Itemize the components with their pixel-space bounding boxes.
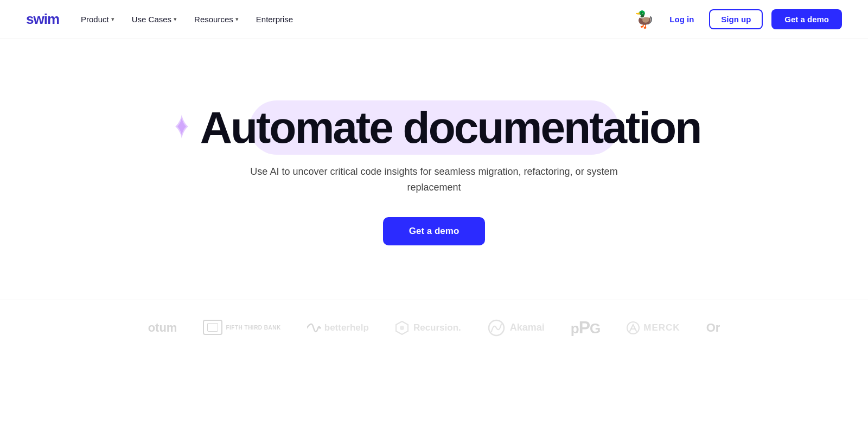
svg-point-2 [400, 326, 404, 330]
logo-fifth-third-bank: Fifth Third Bank [203, 320, 280, 336]
hero-section: Automate documentation Use AI to uncover… [0, 39, 868, 300]
spark-icon [168, 112, 196, 143]
hero-title: Automate documentation [200, 104, 701, 151]
nav-enterprise[interactable]: Enterprise [256, 15, 293, 24]
nav-product[interactable]: Product ▾ [81, 15, 114, 24]
nav-use-cases[interactable]: Use Cases ▾ [132, 15, 177, 24]
signup-button[interactable]: Sign up [709, 9, 763, 29]
logo-ppg: pPG [571, 318, 600, 338]
logo-or-partial: Or [706, 321, 720, 335]
chevron-down-icon: ▾ [174, 16, 177, 23]
nav-right: 🦆 Log in Sign up Get a demo [634, 9, 842, 29]
chevron-down-icon: ▾ [235, 16, 239, 23]
nav-left: swim Product ▾ Use Cases ▾ Resources ▾ E… [26, 11, 293, 28]
nav-links: Product ▾ Use Cases ▾ Resources ▾ Enterp… [81, 15, 293, 24]
logo-betterhelp: betterhelp [307, 322, 369, 333]
logos-strip: otum Fifth Third Bank betterhelp Recursi… [0, 300, 868, 355]
hero-subtitle: Use AI to uncover critical code insights… [250, 164, 618, 195]
hero-title-wrapper: Automate documentation [168, 104, 701, 151]
get-demo-hero-button[interactable]: Get a demo [383, 217, 486, 245]
get-demo-nav-button[interactable]: Get a demo [771, 9, 842, 29]
logo-akamai: Akamai [487, 319, 545, 337]
brand-logo[interactable]: swim [26, 11, 59, 28]
login-button[interactable]: Log in [663, 10, 700, 28]
logo-recursion: Recursion. [395, 321, 461, 335]
duck-icon: 🦆 [634, 10, 654, 29]
logo-merck: MERCK [626, 321, 680, 335]
chevron-down-icon: ▾ [111, 16, 114, 23]
svg-point-0 [319, 327, 321, 329]
logo-optum: otum [148, 321, 177, 335]
nav-resources[interactable]: Resources ▾ [194, 15, 239, 24]
navbar: swim Product ▾ Use Cases ▾ Resources ▾ E… [0, 0, 868, 39]
